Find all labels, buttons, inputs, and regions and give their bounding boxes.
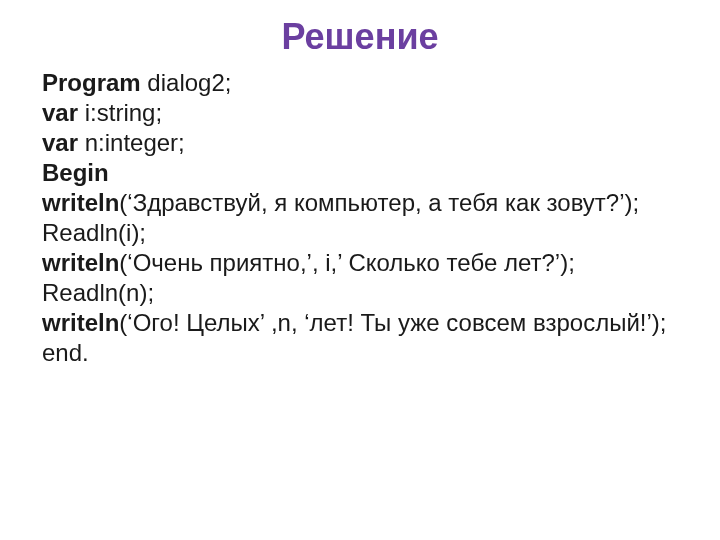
- keyword: writeln: [42, 309, 119, 336]
- keyword: var: [42, 129, 78, 156]
- keyword: writeln: [42, 249, 119, 276]
- code-text: (‘Ого! Целых’ ,n, ‘лет! Ты уже совсем вз…: [119, 309, 666, 336]
- code-line: Readln(n);: [42, 278, 678, 308]
- slide-title: Решение: [42, 16, 678, 58]
- code-text: (‘Здравствуй, я компьютер, а тебя как зо…: [119, 189, 639, 216]
- keyword: Program: [42, 69, 141, 96]
- code-line: writeln(‘Очень приятно,’, i,’ Сколько те…: [42, 248, 678, 278]
- code-text: (‘Очень приятно,’, i,’ Сколько тебе лет?…: [119, 249, 574, 276]
- code-line: Readln(i);: [42, 218, 678, 248]
- code-line: end.: [42, 338, 678, 368]
- code-text: dialog2;: [141, 69, 232, 96]
- code-line: writeln(‘Ого! Целых’ ,n, ‘лет! Ты уже со…: [42, 308, 678, 338]
- code-block: Program dialog2; var i:string; var n:int…: [42, 68, 678, 368]
- slide: Решение Program dialog2; var i:string; v…: [0, 0, 720, 540]
- code-line: Program dialog2;: [42, 68, 678, 98]
- code-line: Begin: [42, 158, 678, 188]
- code-line: writeln(‘Здравствуй, я компьютер, а тебя…: [42, 188, 678, 218]
- code-line: var i:string;: [42, 98, 678, 128]
- code-line: var n:integer;: [42, 128, 678, 158]
- keyword: var: [42, 99, 78, 126]
- keyword: writeln: [42, 189, 119, 216]
- code-text: n:integer;: [78, 129, 185, 156]
- keyword: Begin: [42, 159, 109, 186]
- code-text: i:string;: [78, 99, 162, 126]
